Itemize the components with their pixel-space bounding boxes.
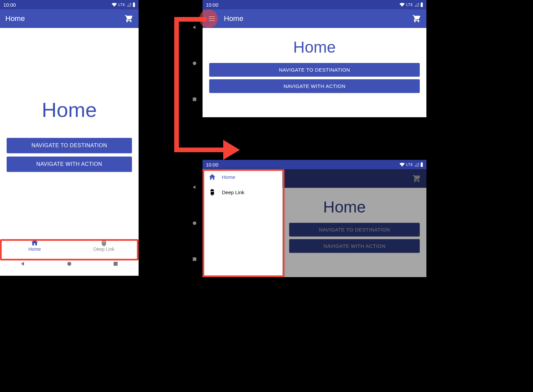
- android-icon: [209, 189, 217, 196]
- drawer-item-home[interactable]: Home: [203, 169, 282, 185]
- cart-icon[interactable]: [125, 14, 133, 23]
- battery-icon: [420, 2, 423, 7]
- svg-rect-4: [421, 3, 423, 7]
- cart-icon[interactable]: [412, 14, 421, 23]
- back-icon[interactable]: [192, 25, 197, 30]
- drawer-deeplink-label: Deep Link: [222, 190, 245, 195]
- home-button-icon[interactable]: [192, 61, 197, 66]
- status-bar: 10:00 LTE: [0, 0, 139, 9]
- svg-point-6: [193, 62, 197, 65]
- bottomnav-home-label: Home: [28, 246, 41, 252]
- svg-rect-7: [193, 98, 197, 101]
- navigate-with-action-button[interactable]: NAVIGATE WITH ACTION: [7, 157, 132, 172]
- status-icons: LTE: [399, 162, 423, 167]
- network-label: LTE: [118, 3, 125, 7]
- recents-icon[interactable]: [192, 97, 197, 102]
- app-bar-title: Home: [224, 14, 412, 23]
- navigate-with-action-button[interactable]: NAVIGATE WITH ACTION: [209, 79, 420, 93]
- phone-portrait-screen: 10:00 LTE Home Home: [0, 0, 139, 276]
- status-time: 10:00: [206, 162, 219, 168]
- signal-icon: [127, 3, 131, 7]
- back-icon[interactable]: [192, 185, 197, 190]
- back-icon[interactable]: [20, 261, 26, 267]
- bottomnav-item-deeplink[interactable]: Deep Link: [69, 234, 139, 256]
- app-bar-title: Home: [5, 14, 125, 23]
- svg-rect-3: [114, 262, 118, 266]
- wifi-icon: [399, 3, 405, 7]
- network-label: LTE: [406, 3, 413, 7]
- system-navigation-bar: [0, 256, 139, 272]
- svg-rect-11: [193, 257, 197, 261]
- svg-point-10: [193, 221, 197, 225]
- android-icon: [100, 238, 108, 246]
- content-area: Home NAVIGATE TO DESTINATION NAVIGATE WI…: [0, 28, 139, 234]
- recents-icon[interactable]: [113, 261, 119, 267]
- recents-icon[interactable]: [192, 256, 197, 262]
- svg-rect-8: [421, 163, 423, 167]
- wifi-icon: [399, 163, 405, 167]
- tablet-drawer-open-screen: 10:00 LTE Home NAVIGATE TO DESTINATION N…: [187, 160, 426, 277]
- svg-rect-1: [133, 2, 134, 3]
- home-icon: [209, 173, 217, 181]
- signal-icon: [414, 3, 419, 7]
- status-bar: 10:00 LTE: [203, 0, 426, 9]
- home-icon: [31, 238, 39, 246]
- wifi-icon: [112, 3, 117, 7]
- status-icons: LTE: [399, 2, 423, 7]
- svg-rect-5: [421, 2, 422, 3]
- drawer-home-label: Home: [222, 174, 235, 180]
- system-navigation-bar-side: [187, 9, 203, 117]
- network-label: LTE: [406, 163, 413, 167]
- home-button-icon[interactable]: [192, 220, 197, 226]
- app-bar: Home: [203, 9, 426, 28]
- drawer-item-deeplink[interactable]: Deep Link: [203, 185, 282, 200]
- page-heading: Home: [203, 38, 426, 56]
- battery-icon: [133, 2, 135, 7]
- system-navigation-bar-side: [187, 169, 203, 277]
- status-time: 10:00: [3, 2, 16, 8]
- page-heading: Home: [0, 98, 139, 122]
- bottomnav-deeplink-label: Deep Link: [93, 246, 114, 252]
- content-area: Home NAVIGATE TO DESTINATION NAVIGATE WI…: [203, 28, 426, 93]
- navigation-drawer: Home Deep Link: [203, 169, 282, 277]
- bottomnav-item-home[interactable]: Home: [0, 234, 69, 256]
- bottom-navigation: Home Deep Link: [0, 234, 139, 256]
- signal-icon: [414, 163, 419, 167]
- status-time: 10:00: [206, 2, 219, 8]
- svg-rect-0: [133, 3, 135, 7]
- app-bar: Home: [0, 9, 139, 28]
- tablet-landscape-screen: 10:00 LTE Home Home NAVIGATE: [187, 0, 426, 117]
- annotation-highlight-hamburger: [199, 9, 218, 28]
- navigate-to-destination-button[interactable]: NAVIGATE TO DESTINATION: [7, 138, 132, 153]
- status-icons: LTE: [112, 2, 135, 7]
- navigate-to-destination-button[interactable]: NAVIGATE TO DESTINATION: [209, 63, 420, 77]
- svg-rect-9: [421, 162, 422, 163]
- status-bar: 10:00 LTE: [203, 160, 426, 169]
- home-button-icon[interactable]: [66, 261, 72, 267]
- battery-icon: [420, 162, 423, 167]
- svg-point-2: [67, 262, 71, 266]
